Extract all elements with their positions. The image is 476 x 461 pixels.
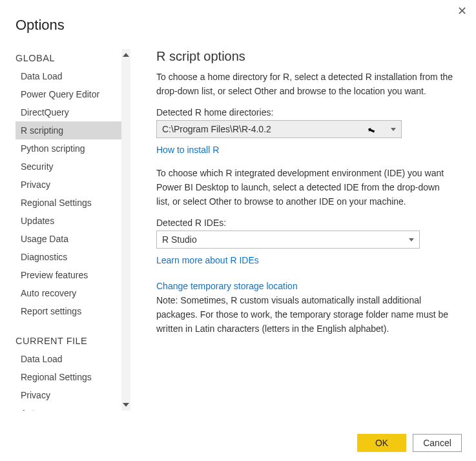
ide-dropdown[interactable]: R Studio (156, 230, 420, 249)
sidebar-item-auto-recovery[interactable]: Auto recovery (16, 404, 124, 411)
sidebar-section-current-file: CURRENT FILE (16, 332, 124, 350)
close-icon[interactable]: ✕ (457, 5, 467, 17)
temp-storage-note: Note: Sometimes, R custom visuals automa… (156, 294, 454, 336)
learn-more-ides-link[interactable]: Learn more about R IDEs (156, 255, 259, 265)
sidebar-item-directquery[interactable]: DirectQuery (16, 103, 124, 121)
sidebar-gap (16, 320, 124, 332)
dialog-body: GLOBALData LoadPower Query EditorDirectQ… (16, 49, 460, 411)
dialog-title: Options (16, 17, 460, 34)
sidebar-item-power-query-editor[interactable]: Power Query Editor (16, 85, 124, 103)
dialog-footer: OK Cancel (357, 434, 462, 452)
sidebar-section-global: GLOBAL (16, 49, 124, 67)
ide-value: R Studio (162, 234, 197, 245)
sidebar-item-security[interactable]: Security (16, 158, 124, 176)
sidebar-item-data-load[interactable]: Data Load (16, 67, 124, 85)
sidebar-item-preview-features[interactable]: Preview features (16, 266, 124, 284)
sidebar-item-report-settings[interactable]: Report settings (16, 302, 124, 320)
sidebar-item-data-load[interactable]: Data Load (16, 350, 124, 368)
home-dir-label: Detected R home directories: (156, 107, 454, 118)
home-intro-text: To choose a home directory for R, select… (156, 70, 454, 98)
sidebar-item-updates[interactable]: Updates (16, 212, 124, 230)
sidebar-item-regional-settings[interactable]: Regional Settings (16, 194, 124, 212)
main-panel: R script options To choose a home direct… (130, 49, 460, 411)
sidebar-item-diagnostics[interactable]: Diagnostics (16, 248, 124, 266)
chevron-down-icon (391, 128, 396, 131)
ok-button[interactable]: OK (357, 434, 406, 452)
sidebar-item-regional-settings[interactable]: Regional Settings (16, 368, 124, 386)
sidebar-item-auto-recovery[interactable]: Auto recovery (16, 284, 124, 302)
cancel-button[interactable]: Cancel (413, 434, 462, 452)
how-to-install-r-link[interactable]: How to install R (156, 145, 219, 155)
home-dir-dropdown[interactable]: C:\Program Files\R\R-4.0.2 ⬉ (156, 120, 402, 138)
ide-label: Detected R IDEs: (156, 218, 454, 228)
cursor-icon: ⬉ (366, 124, 377, 136)
sidebar-item-usage-data[interactable]: Usage Data (16, 230, 124, 248)
change-temp-storage-link[interactable]: Change temporary storage location (156, 281, 298, 291)
home-dir-value: C:\Program Files\R\R-4.0.2 (162, 124, 271, 134)
scroll-down-button[interactable] (121, 399, 130, 411)
sidebar: GLOBALData LoadPower Query EditorDirectQ… (16, 49, 130, 411)
panel-heading: R script options (156, 49, 454, 64)
scroll-up-button[interactable] (121, 49, 130, 61)
sidebar-item-privacy[interactable]: Privacy (16, 386, 124, 404)
chevron-down-icon (123, 403, 129, 407)
sidebar-item-privacy[interactable]: Privacy (16, 176, 124, 194)
chevron-up-icon (123, 53, 129, 57)
ide-intro-text: To choose which R integrated development… (156, 167, 454, 209)
sidebar-item-python-scripting[interactable]: Python scripting (16, 139, 124, 158)
sidebar-item-r-scripting[interactable]: R scripting (16, 121, 124, 139)
sidebar-scrollbar[interactable] (121, 49, 130, 411)
chevron-down-icon (409, 238, 414, 241)
options-dialog: ✕ Options GLOBALData LoadPower Query Edi… (0, 0, 476, 461)
